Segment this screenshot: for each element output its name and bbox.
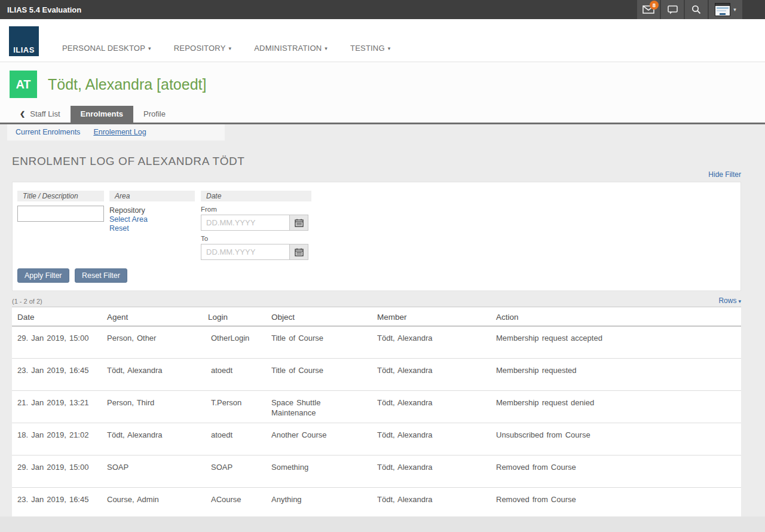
cell-member: Tödt, Alexandra bbox=[372, 359, 491, 391]
cell-login: atoedt bbox=[203, 423, 266, 455]
date-from-input[interactable] bbox=[201, 215, 290, 231]
caret-down-icon: ▾ bbox=[733, 7, 736, 13]
caret-down-icon: ▾ bbox=[738, 298, 741, 304]
date-from-calendar-button[interactable] bbox=[290, 215, 308, 231]
chat-button[interactable] bbox=[661, 0, 684, 19]
cell-agent: Person, Other bbox=[102, 326, 203, 359]
caret-down-icon: ▾ bbox=[325, 45, 328, 51]
footer-strip bbox=[0, 516, 765, 532]
subtab-box: Current Enrolments Enrolement Log bbox=[7, 124, 225, 140]
ilias-logo[interactable]: ILIAS bbox=[9, 26, 39, 56]
subtab-enrolement-log[interactable]: Enrolement Log bbox=[93, 128, 146, 136]
caret-down-icon: ▾ bbox=[388, 45, 391, 51]
tab-enrolments[interactable]: Enrolments bbox=[71, 106, 134, 123]
column-header-date: Date bbox=[12, 307, 102, 326]
cell-login: SOAP bbox=[203, 455, 266, 488]
area-reset-link[interactable]: Reset bbox=[109, 224, 195, 233]
enrolment-log-table: Date Agent Login Object Member Action 29… bbox=[12, 307, 741, 520]
topbar-actions: 8 ▾ bbox=[636, 0, 742, 19]
cell-member: Tödt, Alexandra bbox=[372, 423, 491, 455]
who-is-online-button[interactable]: ▾ bbox=[709, 0, 742, 19]
avatar: AT bbox=[10, 71, 37, 98]
date-to-calendar-button[interactable] bbox=[290, 244, 308, 260]
reset-filter-button[interactable]: Reset Filter bbox=[75, 268, 127, 283]
cell-member: Tödt, Alexandra bbox=[372, 326, 491, 359]
cell-object: Anything bbox=[266, 488, 372, 520]
hide-filter-link[interactable]: Hide Filter bbox=[708, 170, 741, 179]
search-button[interactable] bbox=[685, 0, 708, 19]
nav-personal-desktop[interactable]: PERSONAL DESKTOP▾ bbox=[62, 44, 151, 53]
cell-date: 23. Jan 2019, 16:45 bbox=[12, 488, 102, 520]
column-header-login: Login bbox=[203, 307, 266, 326]
main-content: ENROLMENT LOG OF ALEXANDRA TÖDT Hide Fil… bbox=[0, 155, 765, 532]
cell-member: Tödt, Alexandra bbox=[372, 455, 491, 488]
cell-action: Removed from Course bbox=[491, 455, 741, 488]
column-header-object: Object bbox=[266, 307, 372, 326]
cell-member: Tödt, Alexandra bbox=[372, 391, 491, 423]
filter-panel: Title / Description Area Repository Sele… bbox=[12, 182, 741, 291]
page-user-title: Tödt, Alexandra [atoedt] bbox=[48, 76, 206, 93]
screenshot-thumbnail bbox=[715, 3, 730, 16]
date-to-label: To bbox=[201, 235, 311, 242]
column-header-action: Action bbox=[491, 307, 741, 326]
cell-action: Membership requested bbox=[491, 359, 741, 391]
table-row: 23. Jan 2019, 16:45Tödt, Alexandraatoedt… bbox=[12, 359, 741, 391]
tab-profile[interactable]: Profile bbox=[133, 106, 176, 123]
ilias-logo-label: ILIAS bbox=[9, 45, 39, 54]
tab-back-staff-list[interactable]: ❮ Staff List bbox=[10, 106, 71, 123]
nav-testing[interactable]: TESTING▾ bbox=[350, 44, 390, 53]
caret-down-icon: ▾ bbox=[148, 45, 151, 51]
column-header-agent: Agent bbox=[102, 307, 203, 326]
nav-administration[interactable]: ADMINISTRATION▾ bbox=[254, 44, 328, 53]
table-body: 29. Jan 2019, 15:00Person, OtherOtherLog… bbox=[12, 326, 741, 520]
subtab-strip: Current Enrolments Enrolement Log bbox=[0, 124, 765, 140]
search-icon bbox=[691, 5, 701, 14]
nav-repository[interactable]: REPOSITORY▾ bbox=[174, 44, 232, 53]
cell-member: Tödt, Alexandra bbox=[372, 488, 491, 520]
date-to-input[interactable] bbox=[201, 244, 290, 260]
table-row: 23. Jan 2019, 16:45Course, AdminACourseA… bbox=[12, 488, 741, 520]
date-from-label: From bbox=[201, 206, 311, 213]
filter-title-desc-input[interactable] bbox=[17, 206, 104, 222]
mail-badge: 8 bbox=[650, 1, 659, 10]
table-row: 18. Jan 2019, 21:02Tödt, Alexandraatoedt… bbox=[12, 423, 741, 455]
cell-agent: Tödt, Alexandra bbox=[102, 423, 203, 455]
table-header-row: Date Agent Login Object Member Action bbox=[12, 307, 741, 326]
table-row: 29. Jan 2019, 15:00Person, OtherOtherLog… bbox=[12, 326, 741, 359]
filter-area-label: Area bbox=[109, 191, 195, 201]
table-row: 29. Jan 2019, 15:00SOAPSOAPSomethingTödt… bbox=[12, 455, 741, 488]
cell-action: Unsubscribed from Course bbox=[491, 423, 741, 455]
apply-filter-button[interactable]: Apply Filter bbox=[17, 268, 69, 283]
filter-date-label: Date bbox=[201, 191, 311, 201]
chat-icon bbox=[668, 5, 678, 14]
cell-date: 23. Jan 2019, 16:45 bbox=[12, 359, 102, 391]
rows-dropdown[interactable]: Rows▾ bbox=[718, 296, 741, 305]
calendar-icon bbox=[295, 219, 304, 227]
mail-button[interactable]: 8 bbox=[637, 0, 660, 19]
cell-object: Title of Course bbox=[266, 326, 372, 359]
cell-date: 21. Jan 2019, 13:21 bbox=[12, 391, 102, 423]
user-header-section: AT Tödt, Alexandra [atoedt] ❮ Staff List… bbox=[0, 62, 765, 124]
cell-action: Membership request denied bbox=[491, 391, 741, 423]
cell-object: Something bbox=[266, 455, 372, 488]
cell-date: 29. Jan 2019, 15:00 bbox=[12, 455, 102, 488]
calendar-icon bbox=[295, 248, 304, 256]
cell-login: atoedt bbox=[203, 359, 266, 391]
app-title: ILIAS 5.4 Evaluation bbox=[0, 5, 81, 14]
caret-down-icon: ▾ bbox=[229, 45, 232, 51]
cell-agent: Tödt, Alexandra bbox=[102, 359, 203, 391]
filter-title-desc-label: Title / Description bbox=[17, 191, 104, 201]
column-header-member: Member bbox=[372, 307, 491, 326]
cell-object: Title of Course bbox=[266, 359, 372, 391]
cell-login: T.Person bbox=[203, 391, 266, 423]
subtab-current-enrolments[interactable]: Current Enrolments bbox=[16, 128, 80, 136]
cell-agent: Course, Admin bbox=[102, 488, 203, 520]
cell-agent: SOAP bbox=[102, 455, 203, 488]
page-title: ENROLMENT LOG OF ALEXANDRA TÖDT bbox=[12, 155, 741, 168]
main-navbar: ILIAS PERSONAL DESKTOP▾ REPOSITORY▾ ADMI… bbox=[0, 19, 765, 62]
select-area-link[interactable]: Select Area bbox=[109, 215, 195, 224]
nav-items: PERSONAL DESKTOP▾ REPOSITORY▾ ADMINISTRA… bbox=[62, 19, 391, 62]
filter-area-value: Repository bbox=[109, 206, 195, 215]
cell-login: ACourse bbox=[203, 488, 266, 520]
cell-agent: Person, Third bbox=[102, 391, 203, 423]
